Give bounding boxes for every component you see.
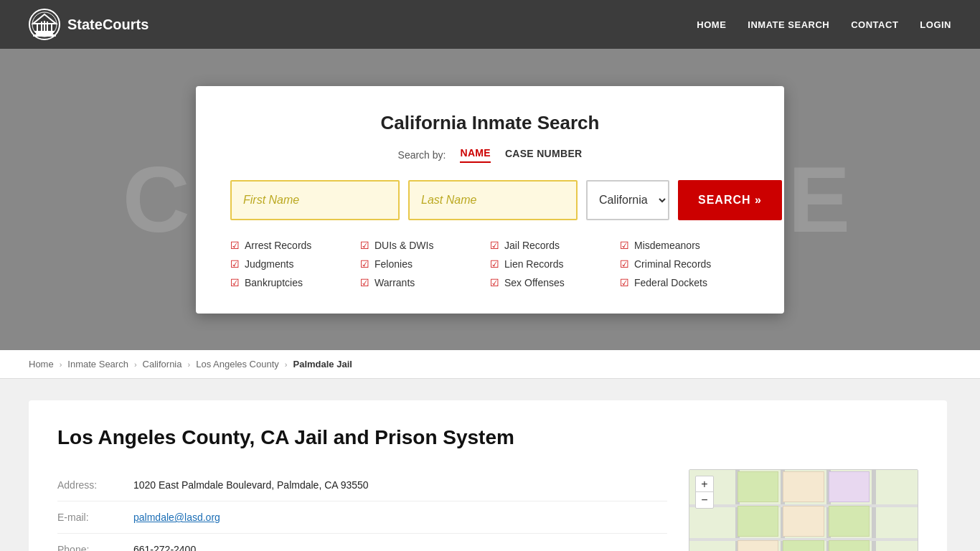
record-bankruptcies: ☑ Bankruptcies — [230, 275, 360, 291]
info-layout: Address: 1020 East Palmdale Boulevard, P… — [57, 469, 918, 551]
record-label: Arrest Records — [245, 240, 311, 251]
record-criminal-records: ☑ Criminal Records — [620, 256, 750, 272]
check-icon: ☑ — [360, 258, 369, 270]
record-label: Misdemeanors — [634, 240, 700, 251]
record-lien-records: ☑ Lien Records — [490, 256, 620, 272]
nav-inmate-search[interactable]: INMATE SEARCH — [748, 19, 829, 30]
last-name-input[interactable] — [408, 180, 578, 220]
tab-case-number[interactable]: CASE NUMBER — [505, 148, 583, 162]
breadcrumb-sep-1: › — [60, 360, 62, 369]
breadcrumb-sep-2: › — [134, 360, 137, 369]
record-duis-dwis: ☑ DUIs & DWIs — [360, 237, 490, 253]
check-icon: ☑ — [360, 277, 369, 288]
record-federal-dockets: ☑ Federal Dockets — [620, 275, 750, 291]
logo-icon — [29, 9, 60, 40]
check-icon: ☑ — [230, 277, 240, 288]
content-card: Los Angeles County, CA Jail and Prison S… — [29, 400, 947, 551]
site-header: StateCourts HOME INMATE SEARCH CONTACT L… — [0, 0, 980, 49]
nav-home[interactable]: HOME — [697, 19, 726, 30]
check-icon: ☑ — [230, 240, 240, 251]
search-modal: California Inmate Search Search by: NAME… — [196, 86, 784, 314]
record-label: Federal Dockets — [634, 277, 707, 288]
content-title: Los Angeles County, CA Jail and Prison S… — [57, 426, 918, 449]
record-judgments: ☑ Judgments — [230, 256, 360, 272]
email-link[interactable]: palmdale@lasd.org — [133, 512, 220, 523]
check-icon: ☑ — [620, 258, 629, 270]
state-select[interactable]: California Alabama Alaska Arizona Arkans… — [586, 180, 669, 220]
svg-rect-3 — [36, 32, 53, 34]
search-button[interactable]: SEARCH » — [678, 180, 782, 220]
record-label: Lien Records — [504, 258, 564, 270]
info-row-address: Address: 1020 East Palmdale Boulevard, P… — [57, 469, 667, 501]
nav-contact[interactable]: CONTACT — [851, 19, 898, 30]
record-sex-offenses: ☑ Sex Offenses — [490, 275, 620, 291]
check-icon: ☑ — [230, 258, 240, 270]
search-by-row: Search by: NAME CASE NUMBER — [230, 147, 750, 163]
record-label: Criminal Records — [634, 258, 711, 270]
map-zoom-out[interactable]: − — [696, 492, 713, 508]
email-label: E-mail: — [57, 512, 122, 523]
breadcrumb-sep-3: › — [188, 360, 191, 369]
record-label: Bankruptcies — [245, 277, 303, 288]
map-controls: + − — [695, 476, 714, 509]
svg-rect-4 — [33, 34, 56, 37]
info-table: Address: 1020 East Palmdale Boulevard, P… — [57, 469, 667, 551]
breadcrumb-inmate-search[interactable]: Inmate Search — [67, 359, 128, 369]
record-misdemeanors: ☑ Misdemeanors — [620, 237, 750, 253]
logo-text: StateCourts — [67, 17, 149, 33]
record-label: Felonies — [374, 258, 413, 270]
record-label: Jail Records — [504, 240, 560, 251]
record-felonies: ☑ Felonies — [360, 256, 490, 272]
breadcrumb-la-county[interactable]: Los Angeles County — [196, 359, 279, 369]
first-name-input[interactable] — [230, 180, 400, 220]
map-background: 35 — [689, 470, 918, 551]
info-row-phone: Phone: 661-272-2400 — [57, 534, 667, 551]
main-content: Los Angeles County, CA Jail and Prison S… — [0, 379, 980, 551]
tab-name[interactable]: NAME — [460, 147, 490, 163]
search-by-label: Search by: — [398, 149, 446, 161]
map-zoom-in[interactable]: + — [696, 476, 713, 492]
info-row-email: E-mail: palmdale@lasd.org — [57, 501, 667, 534]
check-icon: ☑ — [490, 258, 499, 270]
search-form: California Alabama Alaska Arizona Arkans… — [230, 180, 750, 220]
record-label: DUIs & DWIs — [374, 240, 433, 251]
breadcrumb: Home › Inmate Search › California › Los … — [0, 350, 980, 379]
address-value: 1020 East Palmdale Boulevard, Palmdale, … — [133, 479, 369, 491]
record-jail-records: ☑ Jail Records — [490, 237, 620, 253]
breadcrumb-sep-4: › — [285, 360, 288, 369]
check-icon: ☑ — [620, 240, 629, 251]
record-label: Judgments — [245, 258, 293, 270]
logo-area: StateCourts — [29, 9, 149, 40]
record-label: Warrants — [374, 277, 415, 288]
address-label: Address: — [57, 479, 122, 491]
hero-section: COURTHOUSE California Inmate Search Sear… — [0, 49, 980, 350]
check-icon: ☑ — [490, 240, 499, 251]
check-icon: ☑ — [620, 277, 629, 288]
breadcrumb-home[interactable]: Home — [29, 359, 54, 369]
record-warrants: ☑ Warrants — [360, 275, 490, 291]
check-icon: ☑ — [360, 240, 369, 251]
phone-label: Phone: — [57, 544, 122, 551]
record-arrest-records: ☑ Arrest Records — [230, 237, 360, 253]
record-label: Sex Offenses — [504, 277, 565, 288]
nav-login[interactable]: LOGIN — [920, 19, 951, 30]
breadcrumb-california[interactable]: California — [143, 359, 182, 369]
map-area: 35 + − — [689, 469, 918, 551]
check-icon: ☑ — [490, 277, 499, 288]
breadcrumb-current: Palmdale Jail — [293, 359, 352, 369]
phone-value: 661-272-2400 — [133, 544, 196, 551]
record-types: ☑ Arrest Records ☑ DUIs & DWIs ☑ Jail Re… — [230, 237, 750, 291]
modal-title: California Inmate Search — [230, 112, 750, 134]
main-nav: HOME INMATE SEARCH CONTACT LOGIN — [697, 19, 951, 30]
